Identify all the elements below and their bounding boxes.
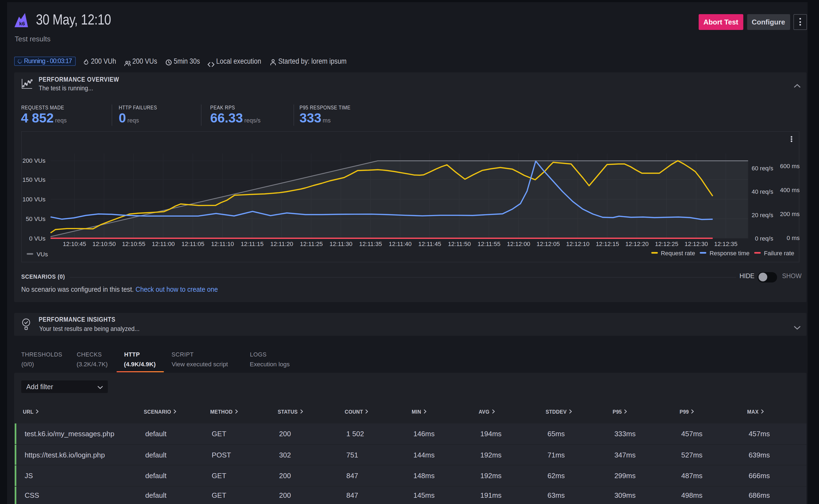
svg-text:k6: k6: [19, 21, 25, 26]
